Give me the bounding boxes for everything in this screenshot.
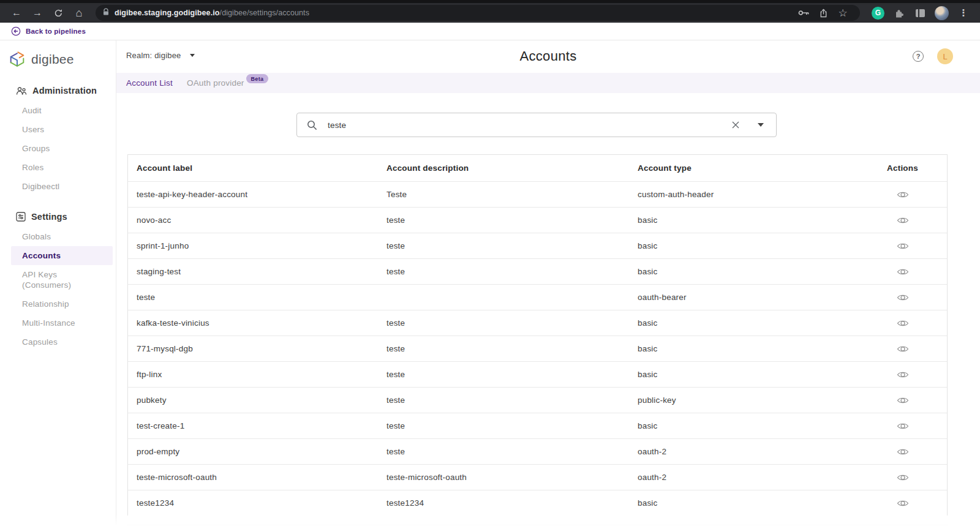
digibee-logo-text: digibee: [31, 52, 74, 67]
account-description-cell: teste: [386, 241, 638, 250]
account-label-cell: novo-acc: [137, 216, 386, 225]
account-description-cell: teste: [386, 370, 638, 379]
sidebar-item[interactable]: Digibeectl: [0, 177, 116, 196]
url-domain: digibee.staging.godigibee.io: [115, 9, 220, 17]
table-row: novo-acc teste basic: [128, 207, 947, 233]
view-account-eye-icon[interactable]: [897, 268, 909, 276]
account-type-cell: basic: [638, 318, 858, 328]
actions-cell: [858, 448, 947, 456]
administration-section-label: Administration: [32, 86, 97, 96]
view-account-eye-icon[interactable]: [897, 293, 909, 302]
settings-section-header: Settings: [0, 212, 116, 222]
search-input[interactable]: [328, 121, 730, 130]
help-icon[interactable]: ?: [913, 51, 924, 62]
account-label-cell: ftp-linx: [137, 370, 386, 379]
account-label-cell: prod-empty: [137, 447, 386, 456]
view-account-eye-icon[interactable]: [897, 216, 909, 225]
account-label-cell: teste: [137, 293, 386, 302]
grammarly-extension-icon[interactable]: G: [872, 7, 884, 20]
table-row: pubkety teste public-key: [128, 387, 947, 413]
view-account-eye-icon[interactable]: [897, 448, 909, 456]
actions-cell: [858, 242, 947, 250]
sidebar-item[interactable]: Groups: [0, 139, 116, 158]
sidebar-item[interactable]: Capsules: [0, 332, 116, 351]
url-bar[interactable]: digibee.staging.godigibee.io/digibee/set…: [96, 5, 860, 21]
account-type-cell: public-key: [638, 396, 858, 405]
account-label-cell: kafka-teste-vinicius: [137, 318, 386, 328]
account-label-cell: staging-test: [137, 267, 386, 276]
account-type-cell: basic: [638, 216, 858, 225]
view-account-eye-icon[interactable]: [897, 370, 909, 379]
view-account-eye-icon[interactable]: [897, 242, 909, 250]
view-account-eye-icon[interactable]: [897, 422, 909, 430]
tab-account-list[interactable]: Account List: [126, 78, 173, 88]
account-description-cell: teste: [386, 344, 638, 353]
url-path: /digibee/settings/accounts: [220, 9, 309, 17]
account-label-cell: teste-microsoft-oauth: [137, 473, 386, 482]
actions-cell: [858, 293, 947, 302]
view-account-eye-icon[interactable]: [897, 319, 909, 328]
digibee-logo[interactable]: digibee: [0, 40, 116, 69]
sidebar-item[interactable]: Globals: [0, 227, 116, 246]
back-to-pipelines-link[interactable]: Back to pipelines: [6, 26, 86, 36]
extensions-zone: G ⋮: [867, 6, 974, 20]
actions-cell: [858, 396, 947, 405]
tab-oauth-provider[interactable]: OAuth provider Beta: [187, 78, 268, 88]
column-actions: Actions: [858, 163, 947, 173]
password-key-icon[interactable]: [796, 6, 811, 20]
view-account-eye-icon[interactable]: [897, 396, 909, 405]
browser-menu-icon[interactable]: ⋮: [956, 6, 971, 20]
actions-cell: [858, 268, 947, 276]
administration-section-header: Administration: [0, 86, 116, 96]
account-label-cell: teste-api-key-header-account: [137, 190, 386, 199]
sidebar-item[interactable]: Accounts: [11, 246, 113, 265]
actions-cell: [858, 499, 947, 508]
side-panel-icon[interactable]: [913, 6, 927, 20]
actions-cell: [858, 370, 947, 379]
tab-strip: Account List OAuth provider Beta: [116, 73, 980, 93]
settings-items: GlobalsAccountsAPI Keys (Consumers)Relat…: [0, 227, 116, 351]
sidebar-item[interactable]: API Keys (Consumers): [0, 265, 116, 295]
account-description-cell: teste: [386, 267, 638, 276]
account-description-cell: teste1234: [386, 498, 638, 508]
sidebar-item[interactable]: Users: [0, 120, 116, 139]
actions-cell: [858, 319, 947, 328]
bookmark-star-icon[interactable]: ☆: [835, 6, 850, 20]
back-to-pipelines-label: Back to pipelines: [26, 28, 86, 35]
sidebar-item[interactable]: Relationship: [0, 295, 116, 313]
view-account-eye-icon[interactable]: [897, 345, 909, 353]
column-account-description: Account description: [386, 163, 638, 173]
account-description-cell: Teste: [386, 190, 638, 199]
user-avatar[interactable]: L: [937, 48, 953, 64]
sidebar-section-settings: Settings GlobalsAccountsAPI Keys (Consum…: [0, 212, 116, 351]
extensions-puzzle-icon[interactable]: [892, 6, 907, 20]
table-body: teste-api-key-header-account Teste custo…: [128, 181, 947, 516]
sidebar-item[interactable]: Audit: [0, 101, 116, 120]
table-row: teste oauth-bearer: [128, 284, 947, 310]
browser-back-icon[interactable]: ←: [9, 6, 24, 20]
browser-reload-icon[interactable]: [51, 6, 66, 20]
search-dropdown-caret-icon[interactable]: [758, 123, 764, 127]
table-row: teste-api-key-header-account Teste custo…: [128, 181, 947, 207]
account-type-cell: custom-auth-header: [638, 190, 858, 199]
view-account-eye-icon[interactable]: [897, 499, 909, 508]
back-bar: Back to pipelines: [0, 23, 980, 40]
browser-toolbar: ← → ⌂ digibee.staging.godigibee.io/digib…: [0, 3, 980, 23]
browser-home-icon[interactable]: ⌂: [72, 6, 86, 20]
column-account-label: Account label: [137, 163, 386, 173]
sidebar-item[interactable]: Multi-Instance: [0, 313, 116, 332]
sidebar-section-administration: Administration AuditUsersGroupsRolesDigi…: [0, 86, 116, 196]
clear-search-icon[interactable]: [730, 119, 741, 130]
share-icon[interactable]: [816, 6, 831, 20]
table-row: prod-empty teste oauth-2: [128, 438, 947, 464]
search-box: [296, 113, 777, 137]
view-account-eye-icon[interactable]: [897, 473, 909, 482]
browser-profile-avatar[interactable]: [935, 6, 949, 20]
table-row: teste-microsoft-oauth teste-microsoft-oa…: [128, 464, 947, 490]
actions-cell: [858, 473, 947, 482]
browser-forward-icon[interactable]: →: [30, 6, 45, 20]
sidebar-item[interactable]: Roles: [0, 158, 116, 177]
view-account-eye-icon[interactable]: [897, 190, 909, 199]
content-header: Realm: digibee Accounts ? L: [116, 40, 980, 73]
account-description-cell: teste-microsoft-oauth: [386, 473, 638, 482]
